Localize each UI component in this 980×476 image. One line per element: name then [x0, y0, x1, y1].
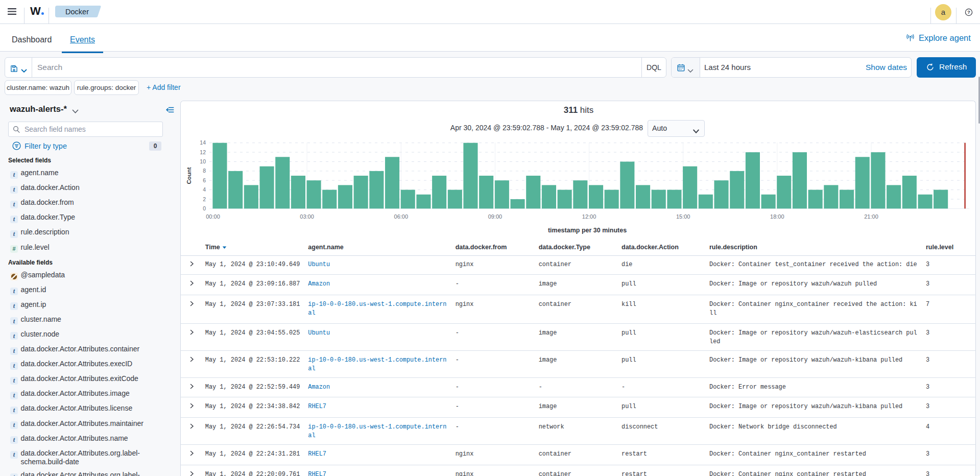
svg-text:09:00: 09:00	[488, 213, 503, 220]
svg-text:00:00: 00:00	[206, 213, 220, 220]
svg-text:12: 12	[200, 149, 206, 155]
svg-text:10: 10	[200, 158, 206, 164]
svg-text:8: 8	[203, 168, 206, 174]
svg-text:4: 4	[203, 186, 206, 193]
svg-text:06:00: 06:00	[394, 213, 409, 220]
svg-text:15:00: 15:00	[676, 213, 690, 220]
svg-text:Count: Count	[186, 167, 192, 184]
svg-text:14: 14	[200, 139, 206, 146]
svg-text:?: ?	[967, 9, 970, 15]
svg-text:12:00: 12:00	[582, 213, 596, 220]
svg-text:18:00: 18:00	[770, 213, 784, 220]
svg-text:6: 6	[203, 177, 206, 183]
svg-text:2: 2	[203, 196, 206, 202]
svg-text:03:00: 03:00	[300, 213, 314, 220]
svg-text:Docker: Docker	[65, 8, 89, 16]
svg-text:0: 0	[203, 205, 206, 211]
svg-text:21:00: 21:00	[864, 213, 878, 220]
